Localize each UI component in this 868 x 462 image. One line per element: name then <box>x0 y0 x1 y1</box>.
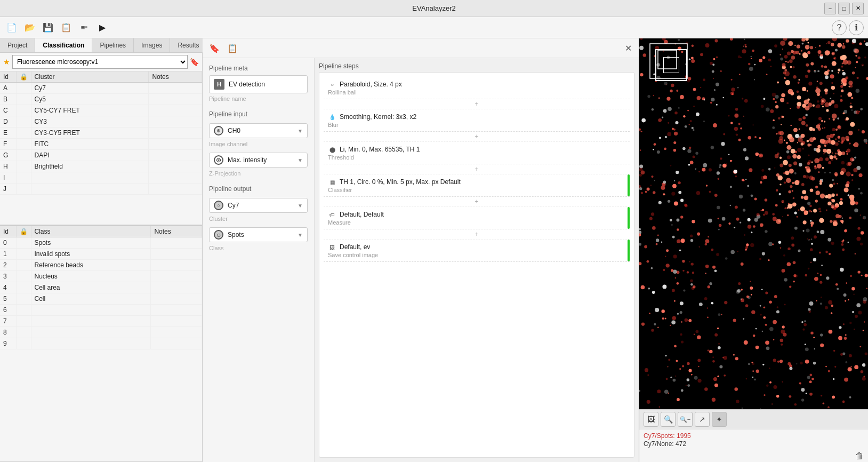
add-step-button[interactable]: + <box>324 164 630 174</box>
table-row[interactable]: 8 <box>0 327 202 338</box>
step-icon-1: 💧 <box>328 113 336 121</box>
center-panel: 🔖 📋 ✕ Pipeline meta H EV detection Pipel… <box>203 38 639 462</box>
cluster-col-lock: 🔒 <box>16 71 31 83</box>
table-row[interactable]: CCY5-CY7 FRET <box>0 105 202 116</box>
channel-select[interactable]: ⊕ CH0 ▼ <box>209 123 308 138</box>
microscopy-row: ★ Fluorescence microscopy:v1 🔖 <box>0 53 202 71</box>
tab-classification[interactable]: Classification <box>35 38 92 52</box>
step-sub-3: Classifier <box>328 187 625 193</box>
title-bar: EVAnalayzer2 − □ ✕ <box>0 0 868 17</box>
image-stats: Cy7/Spots: 1995 Cy7/None: 472 <box>639 429 868 450</box>
add-step-button[interactable]: + <box>324 197 630 207</box>
magic-wand-button[interactable]: ✦ <box>712 412 727 427</box>
trash-button[interactable]: 🗑 <box>855 451 864 461</box>
table-row[interactable]: 6 <box>0 305 202 316</box>
channel-icon: ⊕ <box>214 126 223 136</box>
minimize-button[interactable]: − <box>824 3 836 14</box>
table-row[interactable]: DCY3 <box>0 116 202 128</box>
table-row[interactable]: 9 <box>0 338 202 349</box>
table-row[interactable]: BCy5 <box>0 94 202 105</box>
projection-icon: ⊛ <box>214 155 223 165</box>
table-row[interactable]: 0Spots <box>0 237 202 249</box>
pipeline-step[interactable]: 🏷 Default, Default Measure <box>324 207 630 229</box>
info-button[interactable]: ℹ <box>849 20 864 35</box>
table-row[interactable]: FFITC <box>0 139 202 150</box>
zoom-in-button[interactable]: 🔍 <box>661 412 676 427</box>
step-icon-2: ⬤ <box>328 145 336 154</box>
step-green-bar <box>628 174 630 196</box>
table-row[interactable]: 3Nucleus <box>0 271 202 282</box>
pipeline-step[interactable]: ○ Paraboloid, Size. 4 px Rollina ball <box>324 77 630 99</box>
pipeline-meta-section: Pipeline meta H EV detection Pipeline na… <box>203 58 315 462</box>
image-view-button[interactable]: 🖼 <box>644 412 658 427</box>
class-output-select[interactable]: ○ Spots ▼ <box>209 227 308 242</box>
table-row[interactable]: 1Invalid spots <box>0 249 202 260</box>
class-placeholder: Class <box>209 245 308 251</box>
pipeline-step[interactable]: 🖼 Default, ev Save control image <box>324 240 630 262</box>
table-row[interactable]: 4Cell area <box>0 282 202 293</box>
class-output-icon: ○ <box>214 230 223 240</box>
tab-images[interactable]: Images <box>134 38 170 52</box>
step-main-3: ▦ TH 1, Circ. 0 %, Min. 5 px, Max. px De… <box>328 178 625 186</box>
class-table: Id 🔒 Class Notes 0Spots1Invalid spots2Re… <box>0 226 202 349</box>
table-row[interactable]: I <box>0 172 202 184</box>
step-icon-0: ○ <box>328 80 336 89</box>
class-col-notes: Notes <box>151 226 202 237</box>
pipeline-steps-title: Pipeline steps <box>315 58 639 72</box>
cluster-output-chevron: ▼ <box>298 203 303 209</box>
cluster-output-select[interactable]: ○ Cy7 ▼ <box>209 198 308 213</box>
step-label-2: Li, Min. 0, Max. 65535, TH 1 <box>340 146 420 153</box>
step-icon-4: 🏷 <box>328 210 336 219</box>
close-button[interactable]: ✕ <box>852 3 864 14</box>
step-green-bar <box>628 240 630 261</box>
pipeline-step[interactable]: ⬤ Li, Min. 0, Max. 65535, TH 1 Threshold <box>324 142 630 164</box>
add-step-button[interactable]: + <box>324 99 630 109</box>
new-doc-button[interactable]: 📄 <box>4 20 19 35</box>
tab-results[interactable]: Results <box>170 38 207 52</box>
bottom-trash: 🗑 <box>639 450 868 462</box>
save-button[interactable]: 💾 <box>41 20 55 35</box>
center-bookmark-button[interactable]: 🔖 <box>207 41 222 55</box>
channel-value: CH0 <box>228 127 240 134</box>
step-label-4: Default, Default <box>340 211 384 218</box>
fluorescence-image <box>639 38 868 409</box>
center-close-button[interactable]: ✕ <box>622 42 634 54</box>
table-row[interactable]: ACy7 <box>0 83 202 94</box>
add-step-button[interactable]: + <box>324 229 630 240</box>
pipeline-input-group: Pipeline input ⊕ CH0 ▼ Image channel ⊛ M… <box>209 110 308 177</box>
help-button[interactable]: ? <box>832 20 847 35</box>
projection-chevron: ▼ <box>298 157 303 163</box>
add-step-button[interactable]: + <box>324 132 630 142</box>
table-row[interactable]: ECY3-CY5 FRET <box>0 128 202 139</box>
step-sub-1: Blur <box>328 122 625 128</box>
pipeline-step[interactable]: 💧 Smoothing, Kernel: 3x3, x2 Blur <box>324 109 630 132</box>
table-row[interactable]: 7 <box>0 316 202 327</box>
projection-select[interactable]: ⊛ Max. intensity ▼ <box>209 153 308 168</box>
zoom-out-button[interactable]: 🔍− <box>678 412 693 427</box>
tab-pipelines[interactable]: Pipelines <box>92 38 134 52</box>
table-row[interactable]: 5Cell <box>0 293 202 305</box>
export-button[interactable]: 📋 <box>59 20 74 35</box>
table-row[interactable]: HBrightfield <box>0 161 202 172</box>
table-row[interactable]: 2Reference beads <box>0 260 202 271</box>
class-table-container: Id 🔒 Class Notes 0Spots1Invalid spots2Re… <box>0 226 202 462</box>
center-copy-button[interactable]: 📋 <box>225 41 240 55</box>
step-label-1: Smoothing, Kernel: 3x3, x2 <box>340 113 416 121</box>
star-icon: ★ <box>3 58 10 66</box>
tab-project[interactable]: Project <box>0 38 35 52</box>
class-col-name: Class <box>31 226 151 237</box>
step-green-bar <box>628 207 630 229</box>
open-folder-button[interactable]: 📂 <box>22 20 37 35</box>
pipeline-output-title: Pipeline output <box>209 185 308 193</box>
list-button[interactable]: ≡≡ <box>77 20 92 35</box>
microscopy-dropdown[interactable]: Fluorescence microscopy:v1 <box>12 55 188 69</box>
pipeline-name-box: H EV detection <box>209 75 308 93</box>
export-image-button[interactable]: ↗ <box>695 412 710 427</box>
bookmark-icon[interactable]: 🔖 <box>190 58 199 66</box>
pipeline-step[interactable]: ▦ TH 1, Circ. 0 %, Min. 5 px, Max. px De… <box>324 174 630 197</box>
table-row[interactable]: J <box>0 184 202 195</box>
cluster-col-notes: Notes <box>149 71 202 83</box>
run-button[interactable]: ▶ <box>95 20 110 35</box>
table-row[interactable]: GDAPI <box>0 150 202 161</box>
maximize-button[interactable]: □ <box>838 3 850 14</box>
